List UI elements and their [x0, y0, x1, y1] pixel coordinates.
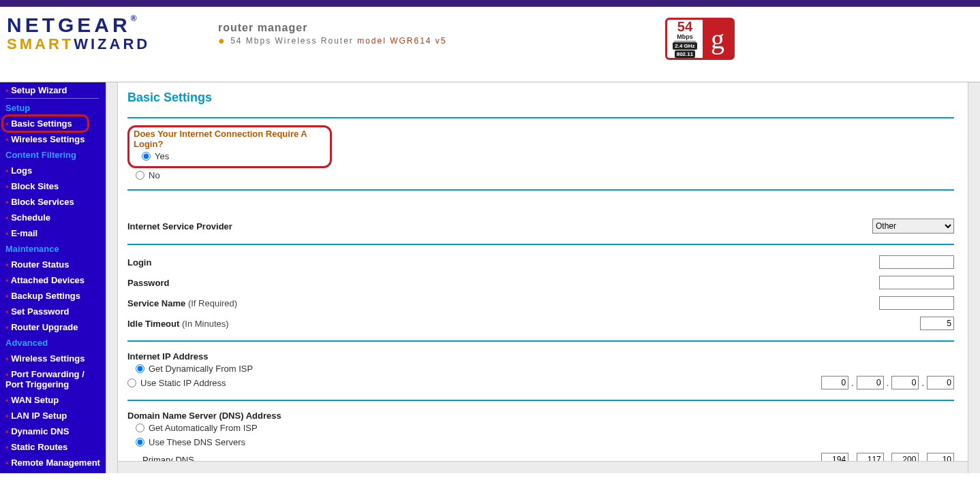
brand-name: NETGEAR — [7, 14, 131, 36]
login-label: Login — [127, 257, 151, 268]
wifi-badge: 54 Mbps 2.4 GHz 802.11 g — [665, 18, 735, 60]
divider — [127, 189, 954, 191]
sidebar-item[interactable]: Backup Settings — [0, 288, 106, 304]
brand-sub-smart: SMART — [7, 35, 74, 52]
sidebar-item[interactable]: Setup Wizard — [5, 82, 99, 99]
sidebar-item[interactable]: Set Password — [0, 304, 106, 319]
sidebar-item[interactable]: Remote Management — [0, 455, 106, 470]
ip-dynamic-label: Get Dynamically From ISP — [149, 364, 253, 374]
sidebar-section: Advanced — [0, 335, 106, 351]
sidebar-item[interactable]: Attached Devices — [0, 272, 106, 288]
static-ip-4[interactable] — [927, 376, 954, 389]
divider — [127, 244, 954, 245]
sidebar-item[interactable]: Port Forwarding / Port Triggering — [0, 366, 106, 392]
dns-auto-label: Get Automatically From ISP — [149, 423, 258, 433]
top-accent-bar — [0, 0, 980, 7]
sidebar-item[interactable]: Basic Settings — [0, 116, 106, 131]
sidebar-item[interactable]: Wireless Settings — [0, 131, 106, 147]
require-login-no-label: No — [149, 170, 160, 180]
registered-mark: ® — [131, 14, 140, 23]
login-input[interactable] — [879, 255, 954, 269]
internet-ip-heading: Internet IP Address — [127, 349, 954, 362]
login-question: Does Your Internet Connection Require A … — [134, 129, 323, 149]
dns-these-label: Use These DNS Servers — [149, 437, 245, 447]
content-area: Basic Settings Does Your Internet Connec… — [118, 82, 968, 473]
badge-standard: 802.11 — [675, 50, 695, 58]
sidebar-section: Setup — [0, 100, 106, 116]
service-name-sub: (If Required) — [188, 298, 237, 308]
idle-timeout-sub: (In Minutes) — [182, 319, 229, 329]
sidebar-section: Maintenance — [0, 241, 106, 257]
dns-heading: Domain Name Server (DNS) Address — [127, 408, 954, 421]
sidebar-item[interactable]: Router Upgrade — [0, 319, 106, 335]
badge-unit: Mbps — [674, 33, 696, 42]
sidebar[interactable]: Setup WizardSetupBasic SettingsWireless … — [0, 82, 106, 473]
badge-g-icon: g — [703, 20, 732, 58]
require-login-yes-label: Yes — [155, 151, 169, 161]
sidebar-item[interactable]: Block Services — [0, 194, 106, 210]
password-input[interactable] — [879, 276, 954, 289]
service-name-label: Service Name — [127, 298, 185, 308]
idle-timeout-label: Idle Timeout — [127, 319, 179, 329]
header: NETGEAR® SMARTWIZARD router manager ● 54… — [0, 7, 980, 82]
ip-dynamic-radio[interactable] — [136, 364, 144, 373]
product-model: model WGR614 v5 — [357, 36, 446, 46]
require-login-yes-radio[interactable] — [142, 152, 151, 161]
badge-speed: 54 — [677, 20, 692, 33]
product-name: router manager — [218, 22, 447, 34]
dns-auto-radio[interactable] — [136, 423, 144, 432]
static-ip-1[interactable] — [821, 376, 848, 389]
brand-logo: NETGEAR® SMARTWIZARD — [7, 10, 218, 53]
sidebar-item[interactable]: Router Status — [0, 257, 106, 272]
header-subtitle: router manager ● 54 Mbps Wireless Router… — [218, 10, 447, 47]
sidebar-item[interactable]: E-mail — [0, 225, 106, 241]
divider — [127, 117, 954, 118]
content-horizontal-scrollbar[interactable] — [118, 461, 968, 473]
idle-timeout-input[interactable] — [920, 317, 954, 330]
sidebar-item[interactable]: WAN Setup — [0, 392, 106, 408]
isp-label: Internet Service Provider — [127, 221, 232, 231]
sidebar-item[interactable]: Wireless Settings — [0, 351, 106, 366]
static-ip-3[interactable] — [891, 376, 919, 389]
sidebar-item[interactable]: Logs — [0, 163, 106, 178]
content-vertical-scrollbar[interactable] — [968, 82, 980, 473]
require-login-no-radio[interactable] — [136, 171, 144, 180]
isp-select[interactable]: Other — [872, 219, 954, 234]
sidebar-item[interactable]: Schedule — [0, 210, 106, 225]
service-name-input[interactable] — [879, 296, 954, 310]
sidebar-section: Content Filtering — [0, 147, 106, 163]
sidebar-item[interactable]: Block Sites — [0, 178, 106, 194]
password-label: Password — [127, 278, 169, 288]
page-title: Basic Settings — [127, 91, 954, 105]
sidebar-scrollbar[interactable] — [106, 82, 118, 473]
static-ip-2[interactable] — [857, 376, 884, 389]
sidebar-item[interactable]: Dynamic DNS — [0, 423, 106, 439]
dns-these-radio[interactable] — [136, 438, 144, 447]
brand-sub-wizard: WIZARD — [74, 35, 150, 52]
bullet-icon: ● — [218, 35, 225, 46]
divider — [127, 400, 954, 401]
static-ip-group: . . . — [821, 376, 954, 389]
sidebar-item[interactable]: LAN IP Setup — [0, 408, 106, 423]
highlight-ring: Does Your Internet Connection Require A … — [127, 125, 332, 168]
sidebar-item[interactable]: Static Routes — [0, 439, 106, 455]
ip-static-radio[interactable] — [127, 379, 136, 387]
product-desc: 54 Mbps Wireless Router — [230, 36, 357, 46]
divider — [127, 340, 954, 342]
ip-static-label: Use Static IP Address — [140, 378, 226, 388]
badge-band: 2.4 GHz — [673, 42, 696, 50]
